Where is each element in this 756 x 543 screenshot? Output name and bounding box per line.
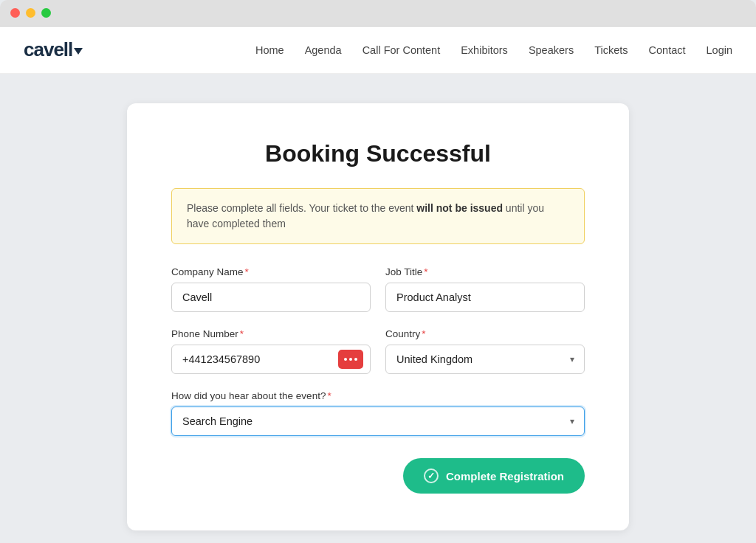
- alert-banner: Please complete all fields. Your ticket …: [171, 188, 585, 244]
- how-heard-select-wrapper: Search Engine Social Media Email Word of…: [171, 407, 585, 436]
- company-name-label: Company Name*: [171, 266, 371, 277]
- close-button[interactable]: [10, 8, 20, 18]
- company-name-input[interactable]: [171, 283, 371, 312]
- company-name-group: Company Name*: [171, 266, 371, 312]
- phone-wrapper: [171, 345, 371, 374]
- complete-registration-label: Complete Registration: [446, 470, 564, 483]
- how-heard-group: How did you hear about the event?* Searc…: [171, 390, 585, 436]
- country-group: Country* United Kingdom United States Ge…: [385, 328, 585, 374]
- phone-label: Phone Number*: [171, 328, 371, 339]
- nav-tickets[interactable]: Tickets: [594, 44, 628, 56]
- job-title-label: Job Title*: [385, 266, 585, 277]
- nav-home[interactable]: Home: [255, 44, 284, 56]
- dot-1: [344, 358, 347, 361]
- logo-triangle-icon: [74, 48, 83, 55]
- dot-2: [349, 358, 352, 361]
- how-heard-label: How did you hear about the event?*: [171, 390, 585, 401]
- how-heard-select[interactable]: Search Engine Social Media Email Word of…: [171, 407, 585, 436]
- company-name-required: *: [245, 266, 249, 277]
- page-title: Booking Successful: [171, 140, 585, 167]
- dot-3: [354, 358, 357, 361]
- logo[interactable]: cavell: [24, 38, 83, 61]
- job-title-required: *: [424, 266, 427, 277]
- nav-exhibitors[interactable]: Exhibitors: [461, 44, 508, 56]
- form-row-1: Company Name* Job Title*: [171, 266, 585, 312]
- form-row-2: Phone Number* Country* Unit: [171, 328, 585, 374]
- form-footer: ✓ Complete Registration: [171, 458, 585, 494]
- nav-login[interactable]: Login: [707, 44, 732, 56]
- minimize-button[interactable]: [26, 8, 35, 18]
- nav-agenda[interactable]: Agenda: [305, 44, 342, 56]
- alert-bold-text: will not be issued: [416, 202, 503, 214]
- window-chrome: [0, 0, 756, 27]
- nav-speakers[interactable]: Speakers: [529, 44, 574, 56]
- phone-group: Phone Number*: [171, 328, 371, 374]
- booking-card: Booking Successful Please complete all f…: [127, 103, 629, 530]
- phone-required: *: [240, 328, 244, 339]
- country-required: *: [422, 328, 425, 339]
- how-heard-required: *: [327, 390, 331, 401]
- job-title-group: Job Title*: [385, 266, 585, 312]
- alert-text-before: Please complete all fields. Your ticket …: [187, 202, 416, 214]
- nav-links: Home Agenda Call For Content Exhibitors …: [255, 44, 732, 57]
- maximize-button[interactable]: [41, 8, 51, 18]
- complete-registration-button[interactable]: ✓ Complete Registration: [403, 458, 585, 494]
- nav-contact[interactable]: Contact: [649, 44, 686, 56]
- job-title-input[interactable]: [385, 283, 585, 312]
- check-circle-icon: ✓: [424, 468, 439, 483]
- nav-call-for-content[interactable]: Call For Content: [362, 44, 441, 56]
- country-select-wrapper: United Kingdom United States Germany Fra…: [385, 345, 585, 374]
- page-background: Booking Successful Please complete all f…: [0, 74, 756, 543]
- country-label: Country*: [385, 328, 585, 339]
- logo-text: cavell: [24, 38, 72, 61]
- country-select[interactable]: United Kingdom United States Germany Fra…: [385, 345, 585, 374]
- navbar: cavell Home Agenda Call For Content Exhi…: [0, 27, 756, 74]
- phone-options-button[interactable]: [338, 350, 363, 369]
